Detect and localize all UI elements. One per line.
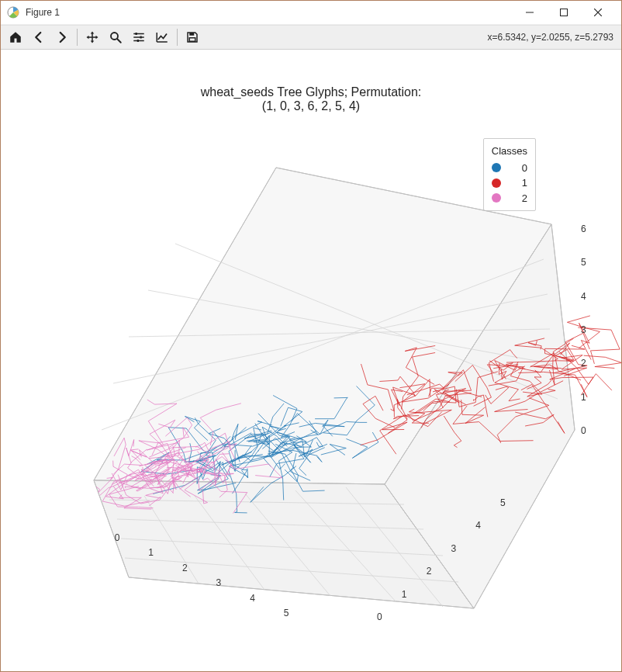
svg-text:4: 4	[475, 520, 481, 531]
chart-line-icon	[155, 29, 169, 45]
svg-text:0: 0	[115, 532, 120, 543]
figure-window: Figure 1	[0, 0, 622, 672]
svg-text:5: 5	[500, 497, 506, 508]
back-button[interactable]	[27, 26, 50, 48]
svg-rect-6	[189, 33, 194, 36]
arrow-right-icon	[55, 29, 69, 45]
close-button[interactable]	[581, 1, 615, 24]
svg-text:5: 5	[284, 608, 289, 618]
svg-rect-5	[137, 40, 139, 42]
sliders-icon	[132, 29, 146, 45]
toolbar-separator	[177, 29, 178, 46]
minimize-button[interactable]	[513, 1, 547, 24]
svg-rect-7	[189, 38, 195, 42]
edit-axis-button[interactable]	[150, 26, 174, 48]
svg-text:0: 0	[581, 425, 586, 436]
close-icon	[594, 9, 602, 16]
toolbar: x=6.5342, y=2.0255, z=5.2793	[1, 25, 621, 50]
svg-text:6: 6	[581, 223, 586, 234]
svg-text:3: 3	[581, 324, 586, 335]
svg-text:2: 2	[581, 358, 586, 369]
minimize-icon	[526, 9, 534, 16]
cursor-coordinates: x=6.5342, y=2.0255, z=5.2793	[488, 32, 618, 43]
plot-canvas[interactable]: wheat_seeds Tree Glyphs; Permutation: (1…	[1, 50, 621, 671]
zoom-icon	[109, 29, 123, 45]
matplotlib-icon	[7, 6, 19, 19]
maximize-button[interactable]	[547, 1, 581, 24]
z-axis-ticks: 0123456	[581, 223, 586, 436]
plot-svg: 012345 012345 0123456	[1, 50, 621, 672]
home-icon	[9, 29, 22, 45]
arrow-left-icon	[32, 29, 46, 45]
titlebar: Figure 1	[1, 1, 621, 25]
svg-text:1: 1	[581, 392, 586, 403]
toolbar-separator	[77, 29, 78, 46]
svg-text:3: 3	[216, 577, 222, 588]
svg-text:1: 1	[402, 589, 407, 600]
window-title: Figure 1	[26, 7, 60, 18]
svg-text:5: 5	[581, 257, 586, 268]
svg-text:2: 2	[182, 563, 188, 573]
svg-text:1: 1	[148, 547, 154, 558]
save-button[interactable]	[181, 26, 204, 48]
svg-text:0: 0	[377, 611, 382, 622]
configure-subplots-button[interactable]	[127, 26, 150, 48]
zoom-button[interactable]	[104, 26, 127, 48]
home-button[interactable]	[4, 26, 27, 48]
move-icon	[85, 29, 99, 45]
svg-rect-3	[136, 33, 137, 35]
svg-text:3: 3	[451, 543, 456, 554]
pan-button[interactable]	[81, 26, 104, 48]
svg-text:4: 4	[250, 593, 255, 604]
svg-text:4: 4	[581, 291, 586, 302]
maximize-icon	[560, 9, 568, 16]
svg-rect-1	[561, 9, 568, 16]
svg-text:2: 2	[427, 566, 432, 577]
svg-rect-4	[140, 36, 142, 39]
save-icon	[185, 29, 199, 45]
forward-button[interactable]	[50, 26, 74, 48]
